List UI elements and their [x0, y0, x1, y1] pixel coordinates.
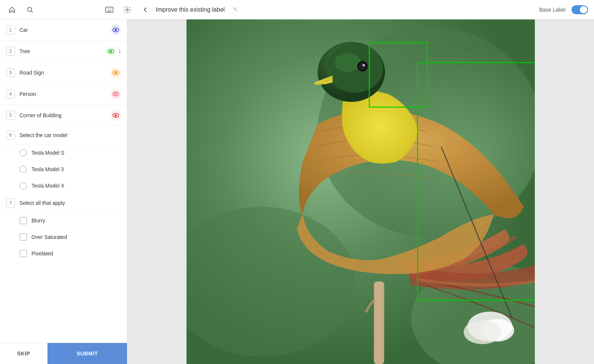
- image-container: [127, 19, 594, 364]
- item-label-road-sign: Road Sign: [19, 70, 110, 76]
- checkbox-blurry-box: [19, 217, 27, 224]
- svg-point-14: [127, 9, 128, 10]
- page-title: Improve this existing label: [156, 6, 225, 13]
- label-item-tree[interactable]: 2 Tree 1: [0, 41, 127, 62]
- checkbox-over-saturated-box: [19, 233, 27, 241]
- svg-point-36: [334, 53, 361, 72]
- label-item-car[interactable]: 1 Car: [0, 19, 127, 41]
- eye-icon-road-sign[interactable]: [110, 67, 121, 78]
- item-num-5: 5: [6, 111, 15, 120]
- top-bar-center: Improve this existing label ✎: [133, 4, 539, 16]
- bird-image: [187, 19, 535, 364]
- checkbox-over-saturated[interactable]: Over Saturated: [0, 229, 127, 245]
- label-item-road-sign[interactable]: 3 Road Sign: [0, 62, 127, 84]
- radio-tesla-3[interactable]: Tesla Model 3: [0, 161, 127, 178]
- svg-point-16: [115, 29, 117, 31]
- svg-point-45: [464, 320, 501, 344]
- radio-circle-tesla-x: [19, 182, 27, 189]
- car-model-section-header: 6 Select the car model: [0, 126, 127, 145]
- radio-circle-tesla-s: [19, 149, 27, 157]
- base-label-toggle[interactable]: [572, 5, 588, 14]
- eye-icon-corner-of-building[interactable]: [110, 110, 121, 121]
- checkbox-blurry[interactable]: Blurry: [0, 212, 127, 229]
- svg-point-20: [111, 51, 112, 51]
- apply-title: Select all that apply: [19, 200, 65, 206]
- eye-icon-tree[interactable]: [106, 46, 116, 57]
- svg-point-28: [115, 114, 117, 116]
- svg-line-1: [31, 11, 33, 12]
- svg-point-17: [116, 29, 116, 30]
- radio-tesla-x[interactable]: Tesla Model X: [0, 178, 127, 194]
- section-num-6: 6: [6, 131, 15, 140]
- top-bar-right: Base Label: [539, 5, 588, 14]
- top-bar: Improve this existing label ✎ Base Label: [0, 0, 594, 19]
- radio-label-tesla-x: Tesla Model X: [31, 183, 64, 189]
- svg-point-29: [116, 115, 116, 115]
- skip-button[interactable]: SKIP: [0, 343, 48, 364]
- svg-point-38: [359, 63, 366, 70]
- radio-circle-tesla-3: [19, 166, 27, 173]
- item-label-tree: Tree: [19, 48, 106, 54]
- item-label-corner-of-building: Corner of Building: [19, 112, 110, 118]
- main-content: [127, 19, 594, 364]
- item-num-2: 2: [6, 47, 15, 56]
- item-num-4: 4: [6, 90, 15, 98]
- settings-button[interactable]: [121, 4, 133, 16]
- item-label-car: Car: [19, 27, 110, 33]
- edit-button[interactable]: ✎: [229, 4, 241, 16]
- search-button[interactable]: [24, 4, 36, 16]
- svg-point-22: [115, 72, 117, 74]
- apply-section-header: 7 Select all that apply: [0, 194, 127, 212]
- checkbox-label-pixelated: Pixelated: [31, 251, 53, 257]
- svg-point-0: [28, 7, 32, 11]
- eye-icon-person[interactable]: [110, 89, 121, 99]
- radio-label-tesla-3: Tesla Model 3: [31, 166, 64, 172]
- home-button[interactable]: [6, 4, 18, 16]
- label-item-corner-of-building[interactable]: 5 Corner of Building: [0, 105, 127, 126]
- submit-button[interactable]: SUBMIT: [48, 343, 127, 364]
- keyboard-button[interactable]: [103, 4, 115, 16]
- checkbox-pixelated[interactable]: Pixelated: [0, 245, 127, 262]
- checkbox-pixelated-box: [19, 250, 27, 257]
- sidebar: 1 Car 2 Tree 1 3 Road Sign: [0, 19, 127, 364]
- svg-rect-2: [106, 7, 113, 12]
- top-bar-left: [6, 4, 133, 16]
- checkbox-label-over-saturated: Over Saturated: [31, 234, 67, 240]
- item-num-1: 1: [6, 25, 15, 34]
- svg-point-23: [116, 72, 116, 73]
- back-button[interactable]: [139, 4, 151, 16]
- car-model-title: Select the car model: [19, 132, 67, 138]
- base-label-text: Base Label: [539, 7, 566, 13]
- label-item-person[interactable]: 4 Person: [0, 84, 127, 105]
- svg-point-26: [115, 94, 116, 94]
- radio-tesla-s[interactable]: Tesla Model S: [0, 145, 127, 161]
- toggle-knob: [580, 6, 587, 13]
- item-num-3: 3: [6, 68, 15, 77]
- svg-point-39: [363, 64, 365, 66]
- checkbox-label-blurry: Blurry: [31, 218, 45, 224]
- sidebar-footer: SKIP SUBMIT: [0, 343, 127, 364]
- tree-count: 1: [118, 49, 121, 54]
- radio-label-tesla-s: Tesla Model S: [31, 150, 64, 156]
- section-num-7: 7: [6, 198, 15, 207]
- svg-point-19: [110, 50, 112, 52]
- eye-icon-car[interactable]: [110, 25, 121, 35]
- item-label-person: Person: [19, 91, 110, 97]
- svg-rect-41: [375, 282, 384, 364]
